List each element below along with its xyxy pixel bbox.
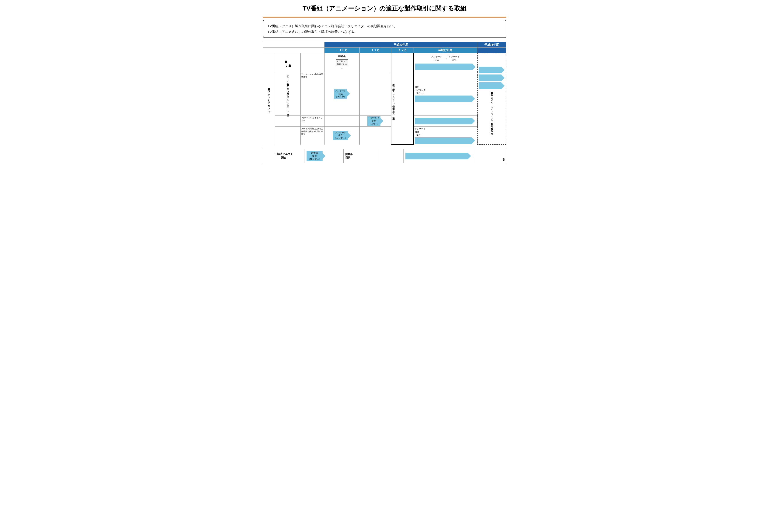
page-title: TV番組（アニメーション）の適正な製作取引に関する取組	[263, 4, 506, 13]
cell-dec-vtext: 検討会での評価・分析やアニメーション制作の実態を踏まえ、論点整理	[391, 53, 414, 145]
header-col2: １１月	[359, 48, 391, 53]
row-label-anime-company: アニメ制作会社、アニメーションクリエイター	[275, 72, 300, 115]
sub-label-media: メディア業界における労働時間と働き方に関する調査	[300, 126, 324, 145]
cell-gmen-nov: ヒアリング 実施 （11月～）	[359, 115, 391, 126]
cell-broadcaster-oct: 検討会 ヒアリング 取りまとめ ↑	[324, 53, 359, 72]
cell-broadcaster-h31: 各種調査を取りまとめ、ガイドラインの見直し等の具体的な取組を実施	[477, 53, 506, 145]
header-row-year: 平成30年度 平成31年度	[263, 42, 506, 48]
sub-label-animation: アニメーション制作者実態調査	[300, 72, 324, 115]
bottom-col3: 調査票 回収	[344, 149, 379, 163]
row-label-subcontract	[275, 115, 300, 126]
row-broadcaster: 個社アンケート・ヒアリング 放送事業者 番組制作会社（アニメ） 検討会 ヒアリン…	[263, 53, 506, 72]
cell-media-nov	[359, 126, 391, 145]
bottom-after	[404, 149, 474, 163]
header-row-months: ～１０月 １１月 １２月 年明け以降	[263, 48, 506, 53]
cell-anime-nov	[359, 72, 391, 115]
row-label-broadcaster: 放送事業者 番組制作会社（アニメ）	[275, 53, 300, 72]
cell-broadcaster-nov	[359, 53, 391, 72]
header-year1: 平成30年度	[324, 42, 477, 48]
cell-anime-oct: アンケート 発送 （10月中）	[324, 72, 359, 115]
bottom-h31: 5	[474, 149, 506, 163]
header-col3: １２月	[391, 48, 414, 53]
subtitle-box: TV番組（アニメ）製作取引に関わるアニメ制作会社・クリエイターの実態調査を行い、…	[263, 20, 506, 38]
cell-broadcaster-after: アンケート 発送 → アンケート 回収	[414, 53, 477, 72]
header-year2: 平成31年度	[477, 42, 506, 48]
cell-media-oct: アンケート 発送 （10月末～）	[324, 126, 359, 145]
bottom-row: 下請法に基づく 調査 調査票 発送 （10月末～） 調査票 回収	[263, 149, 506, 163]
header-col4: 年明け以降	[414, 48, 477, 53]
header-col1: ～１０月	[324, 48, 359, 53]
hearing-box: ヒアリング 取りまとめ	[336, 59, 348, 66]
page-number: 5	[503, 158, 505, 161]
row-media-survey: メディア業界における労働時間と働き方に関する調査 アンケート 発送 （10月末～…	[263, 126, 506, 145]
bottom-col1: 調査票 発送 （10月末～）	[305, 149, 343, 163]
bottom-dec	[379, 149, 404, 163]
cell-media-after: アンケート 回収 （1月）	[414, 126, 477, 145]
cell-gmen-oct	[324, 115, 359, 126]
main-table: 平成30年度 平成31年度 ～１０月 １１月 １２月 年明け以降 個社アンケート…	[263, 42, 506, 145]
row-subcontract-hearing: 下請Gメンによるヒアリング ヒアリング 実施 （11月～）	[263, 115, 506, 126]
cell-gmen-after	[414, 115, 477, 126]
sub-label-gmen: 下請Gメンによるヒアリング	[300, 115, 324, 126]
row-label-media	[275, 126, 300, 145]
cell-anime-after: 個社 ヒアリング （1月～）	[414, 72, 477, 115]
bottom-label: 下請法に基づく 調査	[263, 149, 305, 163]
row-anime-company: アニメ制作会社、アニメーションクリエイター アニメーション制作者実態調査 アンケ…	[263, 72, 506, 115]
section-label-survey: 個社アンケート・ヒアリング	[263, 53, 275, 145]
bottom-table: 下請法に基づく 調査 調査票 発送 （10月末～） 調査票 回収	[263, 149, 506, 163]
